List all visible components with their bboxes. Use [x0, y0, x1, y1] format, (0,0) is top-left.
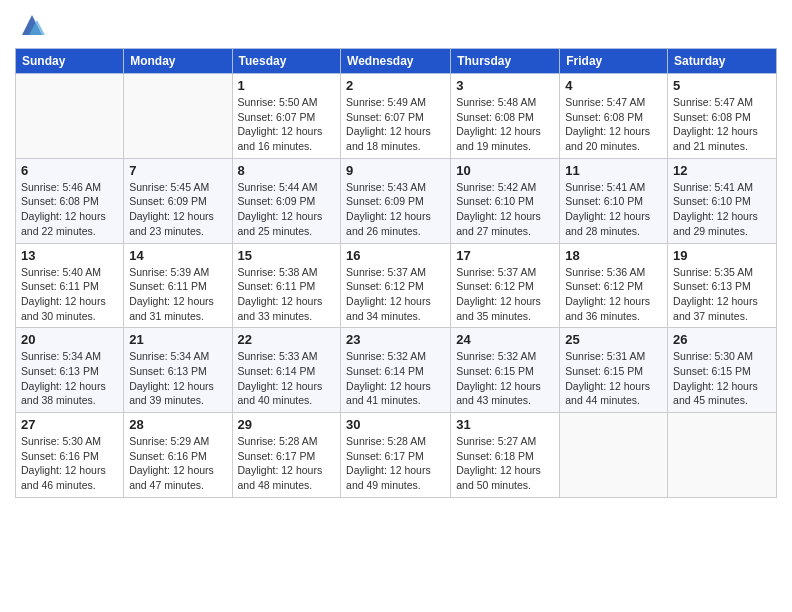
calendar-cell: 20Sunrise: 5:34 AMSunset: 6:13 PMDayligh… [16, 328, 124, 413]
calendar-cell: 18Sunrise: 5:36 AMSunset: 6:12 PMDayligh… [560, 243, 668, 328]
day-number: 3 [456, 78, 554, 93]
day-number: 19 [673, 248, 771, 263]
calendar-cell: 5Sunrise: 5:47 AMSunset: 6:08 PMDaylight… [668, 74, 777, 159]
day-info: Sunrise: 5:45 AMSunset: 6:09 PMDaylight:… [129, 180, 226, 239]
calendar-cell: 22Sunrise: 5:33 AMSunset: 6:14 PMDayligh… [232, 328, 341, 413]
calendar-cell: 21Sunrise: 5:34 AMSunset: 6:13 PMDayligh… [124, 328, 232, 413]
calendar-cell: 27Sunrise: 5:30 AMSunset: 6:16 PMDayligh… [16, 413, 124, 498]
day-info: Sunrise: 5:44 AMSunset: 6:09 PMDaylight:… [238, 180, 336, 239]
calendar-cell: 17Sunrise: 5:37 AMSunset: 6:12 PMDayligh… [451, 243, 560, 328]
day-number: 1 [238, 78, 336, 93]
day-number: 15 [238, 248, 336, 263]
day-number: 5 [673, 78, 771, 93]
day-number: 23 [346, 332, 445, 347]
day-number: 7 [129, 163, 226, 178]
day-number: 4 [565, 78, 662, 93]
calendar-header-saturday: Saturday [668, 49, 777, 74]
calendar-cell: 4Sunrise: 5:47 AMSunset: 6:08 PMDaylight… [560, 74, 668, 159]
calendar-cell: 2Sunrise: 5:49 AMSunset: 6:07 PMDaylight… [341, 74, 451, 159]
day-number: 16 [346, 248, 445, 263]
day-info: Sunrise: 5:37 AMSunset: 6:12 PMDaylight:… [346, 265, 445, 324]
day-info: Sunrise: 5:50 AMSunset: 6:07 PMDaylight:… [238, 95, 336, 154]
day-number: 2 [346, 78, 445, 93]
day-info: Sunrise: 5:31 AMSunset: 6:15 PMDaylight:… [565, 349, 662, 408]
calendar-cell: 3Sunrise: 5:48 AMSunset: 6:08 PMDaylight… [451, 74, 560, 159]
calendar-week-row: 1Sunrise: 5:50 AMSunset: 6:07 PMDaylight… [16, 74, 777, 159]
calendar-cell: 24Sunrise: 5:32 AMSunset: 6:15 PMDayligh… [451, 328, 560, 413]
calendar-table: SundayMondayTuesdayWednesdayThursdayFrid… [15, 48, 777, 498]
day-number: 24 [456, 332, 554, 347]
calendar-cell: 25Sunrise: 5:31 AMSunset: 6:15 PMDayligh… [560, 328, 668, 413]
calendar-cell: 23Sunrise: 5:32 AMSunset: 6:14 PMDayligh… [341, 328, 451, 413]
day-info: Sunrise: 5:39 AMSunset: 6:11 PMDaylight:… [129, 265, 226, 324]
day-info: Sunrise: 5:28 AMSunset: 6:17 PMDaylight:… [238, 434, 336, 493]
calendar-cell: 7Sunrise: 5:45 AMSunset: 6:09 PMDaylight… [124, 158, 232, 243]
day-number: 11 [565, 163, 662, 178]
calendar-header-sunday: Sunday [16, 49, 124, 74]
logo-icon [17, 10, 47, 40]
day-number: 10 [456, 163, 554, 178]
calendar-week-row: 13Sunrise: 5:40 AMSunset: 6:11 PMDayligh… [16, 243, 777, 328]
day-info: Sunrise: 5:37 AMSunset: 6:12 PMDaylight:… [456, 265, 554, 324]
day-info: Sunrise: 5:30 AMSunset: 6:15 PMDaylight:… [673, 349, 771, 408]
day-info: Sunrise: 5:32 AMSunset: 6:14 PMDaylight:… [346, 349, 445, 408]
calendar-cell: 30Sunrise: 5:28 AMSunset: 6:17 PMDayligh… [341, 413, 451, 498]
day-info: Sunrise: 5:41 AMSunset: 6:10 PMDaylight:… [565, 180, 662, 239]
day-number: 28 [129, 417, 226, 432]
calendar-week-row: 6Sunrise: 5:46 AMSunset: 6:08 PMDaylight… [16, 158, 777, 243]
day-info: Sunrise: 5:48 AMSunset: 6:08 PMDaylight:… [456, 95, 554, 154]
calendar-cell [124, 74, 232, 159]
day-number: 29 [238, 417, 336, 432]
day-number: 26 [673, 332, 771, 347]
day-info: Sunrise: 5:46 AMSunset: 6:08 PMDaylight:… [21, 180, 118, 239]
day-number: 12 [673, 163, 771, 178]
logo [15, 10, 47, 40]
day-number: 6 [21, 163, 118, 178]
day-info: Sunrise: 5:32 AMSunset: 6:15 PMDaylight:… [456, 349, 554, 408]
calendar-cell: 16Sunrise: 5:37 AMSunset: 6:12 PMDayligh… [341, 243, 451, 328]
day-info: Sunrise: 5:49 AMSunset: 6:07 PMDaylight:… [346, 95, 445, 154]
calendar-header-wednesday: Wednesday [341, 49, 451, 74]
page: SundayMondayTuesdayWednesdayThursdayFrid… [0, 0, 792, 612]
day-info: Sunrise: 5:42 AMSunset: 6:10 PMDaylight:… [456, 180, 554, 239]
day-number: 30 [346, 417, 445, 432]
day-number: 9 [346, 163, 445, 178]
day-number: 27 [21, 417, 118, 432]
header [15, 10, 777, 40]
day-info: Sunrise: 5:34 AMSunset: 6:13 PMDaylight:… [129, 349, 226, 408]
calendar-cell [16, 74, 124, 159]
day-number: 31 [456, 417, 554, 432]
calendar-cell: 28Sunrise: 5:29 AMSunset: 6:16 PMDayligh… [124, 413, 232, 498]
calendar-cell: 14Sunrise: 5:39 AMSunset: 6:11 PMDayligh… [124, 243, 232, 328]
day-info: Sunrise: 5:28 AMSunset: 6:17 PMDaylight:… [346, 434, 445, 493]
day-number: 22 [238, 332, 336, 347]
calendar-header-row: SundayMondayTuesdayWednesdayThursdayFrid… [16, 49, 777, 74]
day-number: 25 [565, 332, 662, 347]
day-info: Sunrise: 5:40 AMSunset: 6:11 PMDaylight:… [21, 265, 118, 324]
calendar-cell [560, 413, 668, 498]
day-info: Sunrise: 5:33 AMSunset: 6:14 PMDaylight:… [238, 349, 336, 408]
calendar-header-thursday: Thursday [451, 49, 560, 74]
calendar-cell: 13Sunrise: 5:40 AMSunset: 6:11 PMDayligh… [16, 243, 124, 328]
calendar-week-row: 20Sunrise: 5:34 AMSunset: 6:13 PMDayligh… [16, 328, 777, 413]
day-info: Sunrise: 5:29 AMSunset: 6:16 PMDaylight:… [129, 434, 226, 493]
calendar-header-tuesday: Tuesday [232, 49, 341, 74]
day-info: Sunrise: 5:27 AMSunset: 6:18 PMDaylight:… [456, 434, 554, 493]
calendar-cell: 1Sunrise: 5:50 AMSunset: 6:07 PMDaylight… [232, 74, 341, 159]
calendar-cell: 12Sunrise: 5:41 AMSunset: 6:10 PMDayligh… [668, 158, 777, 243]
calendar-week-row: 27Sunrise: 5:30 AMSunset: 6:16 PMDayligh… [16, 413, 777, 498]
day-number: 14 [129, 248, 226, 263]
day-number: 21 [129, 332, 226, 347]
day-info: Sunrise: 5:36 AMSunset: 6:12 PMDaylight:… [565, 265, 662, 324]
day-info: Sunrise: 5:30 AMSunset: 6:16 PMDaylight:… [21, 434, 118, 493]
day-info: Sunrise: 5:41 AMSunset: 6:10 PMDaylight:… [673, 180, 771, 239]
calendar-cell: 26Sunrise: 5:30 AMSunset: 6:15 PMDayligh… [668, 328, 777, 413]
day-info: Sunrise: 5:43 AMSunset: 6:09 PMDaylight:… [346, 180, 445, 239]
day-info: Sunrise: 5:47 AMSunset: 6:08 PMDaylight:… [673, 95, 771, 154]
day-number: 8 [238, 163, 336, 178]
day-number: 17 [456, 248, 554, 263]
calendar-cell: 10Sunrise: 5:42 AMSunset: 6:10 PMDayligh… [451, 158, 560, 243]
day-info: Sunrise: 5:35 AMSunset: 6:13 PMDaylight:… [673, 265, 771, 324]
calendar-cell [668, 413, 777, 498]
day-number: 13 [21, 248, 118, 263]
